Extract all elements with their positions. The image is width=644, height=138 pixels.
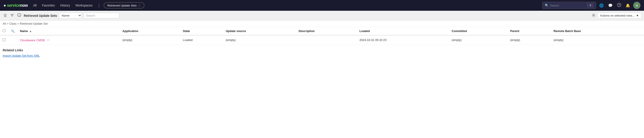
nav-workspaces[interactable]: Workspaces — [74, 3, 94, 8]
table-row: Cloudaware CMDB ← (empty) Loaded (empty)… — [0, 35, 644, 45]
row-checkbox[interactable] — [3, 38, 6, 41]
row-search-cell — [8, 35, 17, 45]
svg-point-6 — [593, 14, 594, 16]
list-toolbar: ☰ Retrieved Update Sets Name State Appli… — [0, 11, 644, 20]
col-header-committed: Committed — [449, 27, 508, 35]
row-checkbox-cell[interactable] — [0, 35, 8, 45]
pill-label: Retrieved Update Sets — [107, 4, 136, 7]
filter-button[interactable] — [10, 12, 15, 19]
search-dropdown-button[interactable]: ▼ — [587, 3, 594, 8]
select-all-checkbox[interactable] — [3, 29, 6, 32]
row-name-cell[interactable]: Cloudaware CMDB ← — [17, 35, 120, 45]
user-avatar[interactable]: U — [633, 2, 640, 9]
import-update-set-link[interactable]: Import Update Set from XML — [3, 54, 40, 57]
search-glass-icon: 🔍 — [545, 4, 548, 7]
logo[interactable]: ● servicenow — [4, 3, 28, 8]
col-header-description: Description — [296, 27, 357, 35]
col-header-parent: Parent — [508, 27, 551, 35]
col-header-remote-batch-base: Remote Batch Base — [551, 27, 644, 35]
actions-label: Actions on selected rows... — [600, 14, 634, 17]
col-header-update-source: Update source — [223, 27, 296, 35]
globe-icon[interactable]: 🌐 — [598, 2, 605, 8]
records-table: 🔍 Name ▲ Application State Update source… — [0, 27, 644, 45]
bell-icon[interactable]: 🔔 — [624, 2, 632, 8]
comment-tag-button[interactable] — [16, 12, 22, 19]
related-links-title: Related Links — [3, 48, 641, 52]
chat-icon[interactable]: 💬 — [607, 2, 614, 8]
col-header-application: Application — [120, 27, 180, 35]
row-committed-cell: (empty) — [449, 35, 508, 45]
row-description-cell — [296, 35, 357, 45]
retrieved-update-sets-pill[interactable]: Retrieved Update Sets ☆ — [104, 2, 144, 8]
row-update-source-cell: (empty) — [223, 35, 296, 45]
star-icon[interactable]: ☆ — [138, 4, 141, 7]
related-links-section: Related Links Import Update Set from XML — [0, 45, 644, 59]
select-all-header[interactable] — [0, 27, 8, 35]
toolbar-title: Retrieved Update Sets — [24, 14, 57, 18]
top-navigation: ● servicenow All Favorites History Works… — [0, 0, 644, 11]
breadcrumb-separator: > — [7, 22, 9, 25]
filter-field-select[interactable]: Name State Application — [59, 12, 82, 18]
col-header-name[interactable]: Name ▲ — [17, 27, 120, 35]
row-remote-batch-base-cell: (empty) — [551, 35, 644, 45]
highlight-arrow-icon: ← — [46, 38, 50, 42]
col-header-loaded: Loaded — [357, 27, 449, 35]
toolbar-search-input[interactable] — [84, 13, 119, 18]
breadcrumb-all: All — [3, 22, 6, 25]
search-col-header: 🔍 — [8, 27, 17, 35]
actions-chevron-icon: ▼ — [636, 14, 639, 17]
global-search[interactable]: 🔍 ▼ — [542, 2, 596, 9]
breadcrumb: All > Class = Retrieved Update Set — [0, 20, 644, 27]
col-header-state: State — [180, 27, 223, 35]
row-parent-cell: (empty) — [508, 35, 551, 45]
table-search-icon[interactable]: 🔍 — [11, 29, 14, 33]
global-search-input[interactable] — [550, 4, 586, 7]
col-name-label: Name — [20, 29, 28, 33]
nav-all[interactable]: All — [31, 3, 38, 8]
hamburger-button[interactable]: ☰ — [3, 12, 8, 18]
breadcrumb-filter: Class = Retrieved Update Set — [9, 22, 48, 25]
sort-arrow-icon: ▲ — [29, 30, 32, 32]
nav-favorites[interactable]: Favorites — [40, 3, 57, 8]
record-name-link[interactable]: Cloudaware CMDB — [20, 38, 45, 42]
settings-gear-button[interactable] — [592, 13, 596, 18]
help-icon[interactable]: ? — [616, 2, 622, 9]
svg-text:?: ? — [618, 4, 620, 6]
avatar-initials: U — [636, 4, 638, 7]
row-application-cell: (empty) — [120, 35, 180, 45]
row-loaded-cell: 2024-10-31 05:32:23 — [357, 35, 449, 45]
row-state-cell: Loaded — [180, 35, 223, 45]
actions-dropdown-button[interactable]: Actions on selected rows... ▼ — [598, 12, 641, 18]
nav-more-icon[interactable]: ⋮ — [96, 2, 102, 9]
nav-history[interactable]: History — [58, 3, 72, 8]
data-table-area: 🔍 Name ▲ Application State Update source… — [0, 27, 644, 45]
